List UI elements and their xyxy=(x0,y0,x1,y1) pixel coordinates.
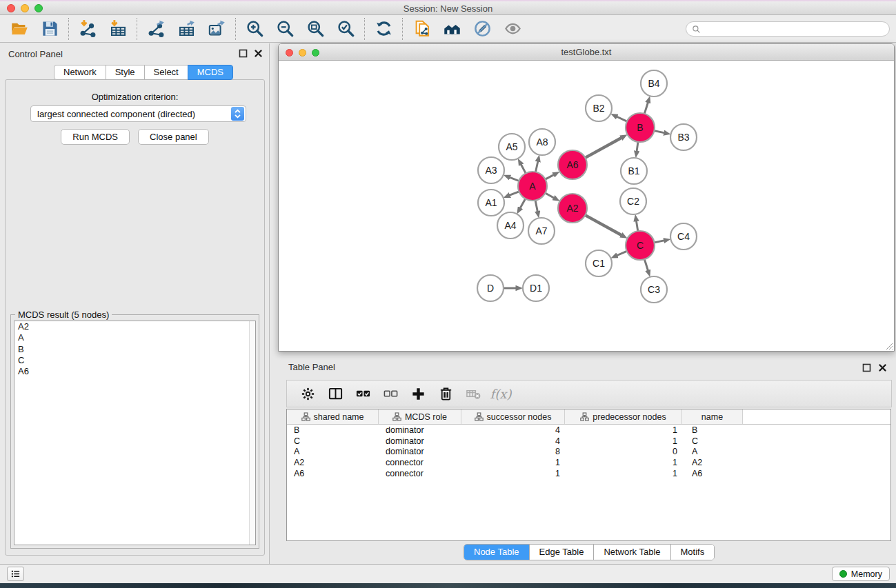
cell-shared-name[interactable]: B xyxy=(287,425,379,435)
network-window-titlebar[interactable]: testGlobe.txt xyxy=(279,44,894,61)
zoom-selected-button[interactable] xyxy=(335,18,357,40)
cell-name[interactable]: A6 xyxy=(682,469,743,478)
tab-style[interactable]: Style xyxy=(106,65,145,80)
cell-predecessor-nodes[interactable]: 1 xyxy=(565,458,682,467)
graph-node-C3[interactable]: C3 xyxy=(641,276,667,303)
close-panel-icon[interactable] xyxy=(253,48,263,59)
cell-shared-name[interactable]: C xyxy=(287,436,379,446)
graph-edge-A-A1[interactable] xyxy=(510,192,519,195)
mcds-result-item[interactable]: A2 xyxy=(14,321,255,332)
open-session-button[interactable] xyxy=(8,18,30,40)
tab-node-table[interactable]: Node Table xyxy=(464,545,529,560)
delete-columns-button[interactable] xyxy=(435,383,457,405)
graph-node-C1[interactable]: C1 xyxy=(586,250,612,276)
cell-predecessor-nodes[interactable]: 1 xyxy=(565,469,682,478)
graph-node-B1[interactable]: B1 xyxy=(621,158,647,184)
graph-edge-A-A8[interactable] xyxy=(536,161,538,172)
cell-name[interactable]: A2 xyxy=(682,458,743,467)
graph-edge-B-B3[interactable] xyxy=(655,131,664,133)
graph-edge-A-A3[interactable] xyxy=(510,177,519,181)
add-column-button[interactable] xyxy=(407,383,429,405)
graph-node-D1[interactable]: D1 xyxy=(523,275,549,301)
criterion-select[interactable]: largest connected component (directed) xyxy=(30,105,246,122)
graph-node-C2[interactable]: C2 xyxy=(620,188,646,214)
graph-node-D[interactable]: D xyxy=(477,275,504,301)
graph-edge-C-C3[interactable] xyxy=(644,259,648,270)
settings-button[interactable] xyxy=(297,383,319,405)
cell-successor-nodes[interactable]: 1 xyxy=(461,458,565,467)
run-mcds-button[interactable]: Run MCDS xyxy=(61,129,130,145)
table-row[interactable]: Bdominator41B xyxy=(287,425,890,436)
deselect-all-button[interactable] xyxy=(379,383,401,405)
graph-edge-A2-C[interactable] xyxy=(585,215,621,235)
cell-name[interactable]: B xyxy=(682,425,743,435)
cell-name[interactable]: A xyxy=(682,447,743,456)
table-row[interactable]: Cdominator41C xyxy=(287,436,890,447)
mcds-result-item[interactable]: B xyxy=(14,344,255,355)
cell-MCDS-role[interactable]: connector xyxy=(379,458,461,467)
zoom-in-button[interactable] xyxy=(243,18,266,40)
float-table-panel-icon[interactable] xyxy=(862,363,872,373)
network-minimize-button[interactable] xyxy=(299,49,306,57)
column-header-predecessor-nodes[interactable]: predecessor nodes xyxy=(565,409,682,424)
cell-shared-name[interactable]: A6 xyxy=(287,469,379,478)
window-resize-grip[interactable] xyxy=(884,341,893,350)
cell-MCDS-role[interactable]: dominator xyxy=(379,425,461,435)
cell-successor-nodes[interactable]: 4 xyxy=(461,436,565,446)
search-input[interactable] xyxy=(704,24,884,34)
zoom-fit-button[interactable] xyxy=(304,18,326,40)
graph-node-A[interactable]: A xyxy=(518,172,547,201)
network-canvas[interactable]: B4B2BB3A8A5A6A3B1AC2A1A2A4A7C4CC1C3DD1 xyxy=(279,61,893,351)
graph-node-B2[interactable]: B2 xyxy=(586,95,612,121)
close-panel-button[interactable]: Close panel xyxy=(138,129,209,145)
cell-name[interactable]: C xyxy=(682,436,743,446)
show-hide-graphics-button[interactable] xyxy=(501,18,524,40)
graph-node-B3[interactable]: B3 xyxy=(670,124,697,150)
table-row[interactable]: A2connector11A2 xyxy=(287,457,890,468)
minimize-window-button[interactable] xyxy=(21,4,29,12)
graph-edge-B-B1[interactable] xyxy=(637,142,638,152)
tab-network-table[interactable]: Network Table xyxy=(593,545,670,560)
graph-node-C[interactable]: C xyxy=(626,231,655,260)
split-view-button[interactable] xyxy=(324,383,346,405)
mcds-result-item[interactable]: A6 xyxy=(14,366,255,377)
table-row[interactable]: Adominator80A xyxy=(287,447,890,458)
cell-successor-nodes[interactable]: 1 xyxy=(461,469,565,478)
network-zoom-button[interactable] xyxy=(312,49,319,57)
graph-edge-B-B4[interactable] xyxy=(644,103,648,114)
tab-motifs[interactable]: Motifs xyxy=(670,545,715,560)
export-network-button[interactable] xyxy=(145,18,167,40)
graph-node-A3[interactable]: A3 xyxy=(478,157,504,183)
import-network-button[interactable] xyxy=(77,18,99,40)
memory-button[interactable]: Memory xyxy=(832,567,890,581)
hide-labels-button[interactable] xyxy=(471,18,493,40)
graph-node-B[interactable]: B xyxy=(626,113,655,142)
mcds-result-item[interactable]: C xyxy=(14,355,255,366)
network-close-button[interactable] xyxy=(286,49,293,57)
import-table-button[interactable] xyxy=(107,18,129,40)
result-list-scrollbar[interactable] xyxy=(249,321,255,545)
select-all-button[interactable] xyxy=(352,383,374,405)
graph-node-A4[interactable]: A4 xyxy=(497,212,524,239)
cell-MCDS-role[interactable]: dominator xyxy=(379,447,461,456)
cell-predecessor-nodes[interactable]: 1 xyxy=(565,425,682,435)
cell-predecessor-nodes[interactable]: 1 xyxy=(565,436,682,446)
zoom-out-button[interactable] xyxy=(274,18,296,40)
graph-edge-C-C4[interactable] xyxy=(655,241,664,243)
cell-successor-nodes[interactable]: 4 xyxy=(461,425,565,435)
graph-node-A6[interactable]: A6 xyxy=(558,150,587,179)
graph-node-B4[interactable]: B4 xyxy=(641,70,667,97)
column-header-shared-name[interactable]: shared name xyxy=(287,409,379,424)
cell-shared-name[interactable]: A xyxy=(287,447,379,456)
column-header-successor-nodes[interactable]: successor nodes xyxy=(461,409,565,424)
graph-edge-A-A7[interactable] xyxy=(535,201,537,212)
cell-MCDS-role[interactable]: dominator xyxy=(379,436,461,446)
close-table-panel-icon[interactable] xyxy=(877,363,888,373)
graph-node-A1[interactable]: A1 xyxy=(478,190,504,216)
export-image-button[interactable] xyxy=(206,18,228,40)
cell-successor-nodes[interactable]: 8 xyxy=(461,447,565,456)
zoom-window-button[interactable] xyxy=(34,4,43,12)
float-panel-icon[interactable] xyxy=(238,48,248,59)
column-header-name[interactable]: name xyxy=(682,409,743,424)
search-box[interactable] xyxy=(686,21,890,37)
